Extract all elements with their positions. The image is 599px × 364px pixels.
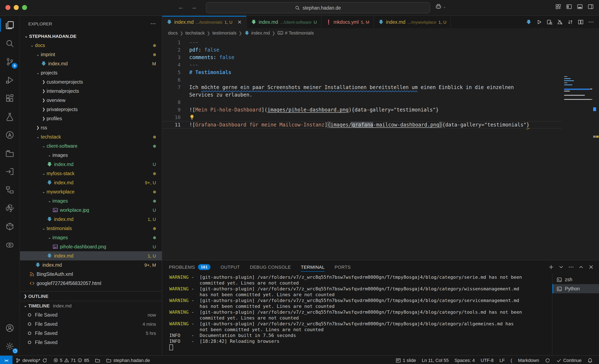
split-icon[interactable] — [578, 19, 584, 25]
breadcrumb-item-3[interactable]: index.md — [244, 30, 270, 36]
tree-item-index-md[interactable]: index.md1, U — [20, 215, 162, 224]
tree-item-projects[interactable]: ⌄projects — [20, 68, 162, 77]
tree-item-myworkplace[interactable]: ⌄myworkplace — [20, 187, 162, 196]
status-problems[interactable]: 57185 — [50, 356, 92, 364]
tree-item-index-md[interactable]: index.mdM — [20, 59, 162, 68]
timeline-section-header[interactable]: ⌄ TIMELINE index.md — [20, 301, 162, 310]
run-icon[interactable] — [536, 19, 542, 25]
status-remote-indicator[interactable]: >< — [0, 356, 12, 364]
terminal-output[interactable]: WARNING - [git-authors-plugin] /var/fold… — [162, 273, 552, 355]
tree-item-bingsiteauth-xml[interactable]: BingSiteAuth.xml — [20, 270, 162, 279]
toggle-sidebar-left-icon[interactable] — [566, 4, 572, 9]
timeline-item[interactable]: File Saved — [20, 338, 162, 347]
status-spinner[interactable] — [542, 356, 553, 364]
tree-root[interactable]: ⌄STEPHAN.HADAN.DE — [20, 32, 162, 41]
breadcrumb-item-0[interactable]: docs — [168, 30, 178, 35]
code-line-10[interactable]: 10 — [162, 114, 562, 121]
activity-item-project-folder[interactable] — [0, 144, 19, 162]
activity-item-search[interactable] — [0, 34, 19, 53]
minimap[interactable] — [563, 37, 593, 260]
terminal-instance-zsh[interactable]: zsh — [552, 275, 599, 284]
tree-item-profiles[interactable]: ❯profiles — [20, 114, 162, 123]
tab-index-md[interactable]: index.md.../client-softwareU — [247, 16, 322, 28]
code-line-6[interactable]: 6 — [162, 76, 562, 84]
outline-section-header[interactable]: ❯ OUTLINE — [20, 292, 162, 301]
status-notifications[interactable] — [584, 356, 596, 364]
more-icon[interactable] — [588, 19, 594, 25]
tree-item-workplace-jpg[interactable]: workplace.jpgU — [20, 205, 162, 215]
activity-item-copilot-faces[interactable] — [0, 235, 19, 254]
activity-item-exit-door[interactable] — [0, 162, 19, 181]
activity-item-flowchart[interactable] — [0, 181, 19, 199]
status-encoding[interactable]: UTF-8 — [478, 356, 496, 364]
preview-icon[interactable] — [546, 19, 552, 25]
plus-icon[interactable] — [548, 264, 554, 270]
swap-arrows-icon[interactable] — [567, 19, 573, 25]
copilot-account-icon[interactable] — [435, 3, 442, 10]
activity-item-python[interactable] — [0, 199, 19, 217]
activity-item-testing[interactable] — [0, 107, 19, 126]
status-slides[interactable]: 1 slide — [393, 356, 419, 364]
activity-item-explorer[interactable] — [0, 16, 19, 34]
tree-item-client-software[interactable]: ⌄client-software — [20, 142, 162, 151]
close-icon[interactable] — [237, 19, 242, 25]
tree-item-images[interactable]: ⌄images — [20, 233, 162, 242]
tree-item-docs[interactable]: ⌄docs — [20, 41, 162, 50]
code-line-1[interactable]: 1--- — [162, 39, 562, 46]
explorer-more-actions-icon[interactable] — [150, 21, 156, 27]
tree-item-images[interactable]: ⌄images — [20, 151, 162, 160]
tree-item-index-md[interactable]: index.md9+, U — [20, 178, 162, 187]
activity-item-extensions[interactable] — [0, 89, 19, 107]
activity-item-settings[interactable] — [0, 337, 19, 355]
tab-mkdocs-yml[interactable]: mkdocs.yml5, M — [321, 16, 374, 28]
customize-layout-icon[interactable] — [555, 4, 561, 9]
activity-item-run-debug[interactable] — [0, 71, 19, 89]
status-cursor[interactable]: Ln 11, Col 55 — [419, 356, 451, 364]
code-line-7[interactable]: 7Ich möchte gerne ein paar Screenshots m… — [162, 84, 562, 91]
mdlint-icon[interactable] — [557, 19, 563, 25]
tree-item-customerprojects[interactable]: ❯customerprojects — [20, 77, 162, 87]
code-line-4[interactable]: 4--- — [162, 61, 562, 69]
lightbulb-icon[interactable] — [189, 114, 195, 120]
status-site[interactable]: stephan.hadan.de — [103, 356, 153, 364]
tree-item-pihole-dashboard-png[interactable]: pihole-dashboard.pngU — [20, 242, 162, 251]
tree-item-overview[interactable]: ❯overview — [20, 96, 162, 105]
activity-item-account[interactable] — [0, 319, 19, 337]
breadcrumb-item-1[interactable]: techstack — [185, 30, 205, 35]
timeline-item[interactable]: File Saved4 mins — [20, 320, 162, 329]
timeline-item[interactable]: File Savednow — [20, 310, 162, 320]
tree-item-imprint[interactable]: ⌄imprint — [20, 50, 162, 59]
activity-item-hex-package[interactable] — [0, 217, 19, 235]
tab-index-md[interactable]: index.md.../testimonials1, U — [162, 16, 247, 28]
toggle-panel-icon[interactable] — [577, 4, 583, 9]
tree-item-techstack[interactable]: ⌄techstack — [20, 132, 162, 142]
tree-item-internalprojects[interactable]: ❯internalprojects — [20, 87, 162, 96]
status-indent[interactable]: Spaces: 4 — [451, 356, 478, 364]
panel-tab-ports[interactable]: PORTS — [335, 260, 351, 273]
breadcrumb-item-2[interactable]: testimonials — [212, 30, 237, 35]
tree-item-testimonials[interactable]: ⌄testimonials — [20, 224, 162, 233]
tree-item-images[interactable]: ⌄images — [20, 196, 162, 205]
code-line-3[interactable]: 3comments: false — [162, 54, 562, 61]
tree-item-index-md[interactable]: index.md1, U — [20, 251, 162, 260]
back-icon[interactable]: ← — [178, 4, 184, 10]
more-icon[interactable] — [568, 264, 574, 270]
close-window-button[interactable] — [5, 5, 10, 10]
tree-item-privateprojects[interactable]: ❯privateprojects — [20, 105, 162, 114]
tree-item-index-md[interactable]: index.mdU — [20, 160, 162, 169]
activity-item-circle-a[interactable] — [0, 126, 19, 144]
status-branch[interactable]: develop* — [12, 356, 50, 364]
code-line-11[interactable]: 11![Grafana-Dashboard für meine Mailcow-… — [162, 121, 562, 129]
zoom-window-button[interactable] — [22, 5, 27, 10]
code-line-8[interactable]: 8 — [162, 98, 562, 106]
panel-tab-output[interactable]: OUTPUT — [220, 260, 240, 273]
tab-index-md[interactable]: index.md.../myworkplace1, U — [374, 16, 451, 28]
activity-item-source-control[interactable]: 9 — [0, 53, 19, 71]
panel-tab-problems[interactable]: PROBLEMS161 — [169, 260, 211, 273]
panel-tab-terminal[interactable]: TERMINAL — [301, 260, 325, 273]
code-line-9[interactable]: 9![Mein Pi-hole-Dashboard](images/pihole… — [162, 106, 562, 114]
tree-item-googlef727264f56832057-html[interactable]: googlef727264f56832057.html — [20, 279, 162, 288]
code-line-2[interactable]: 2pdf: false — [162, 46, 562, 54]
status-continue[interactable]: Continue — [553, 356, 584, 364]
code-line-5[interactable]: 5# Testimonials — [162, 69, 562, 76]
